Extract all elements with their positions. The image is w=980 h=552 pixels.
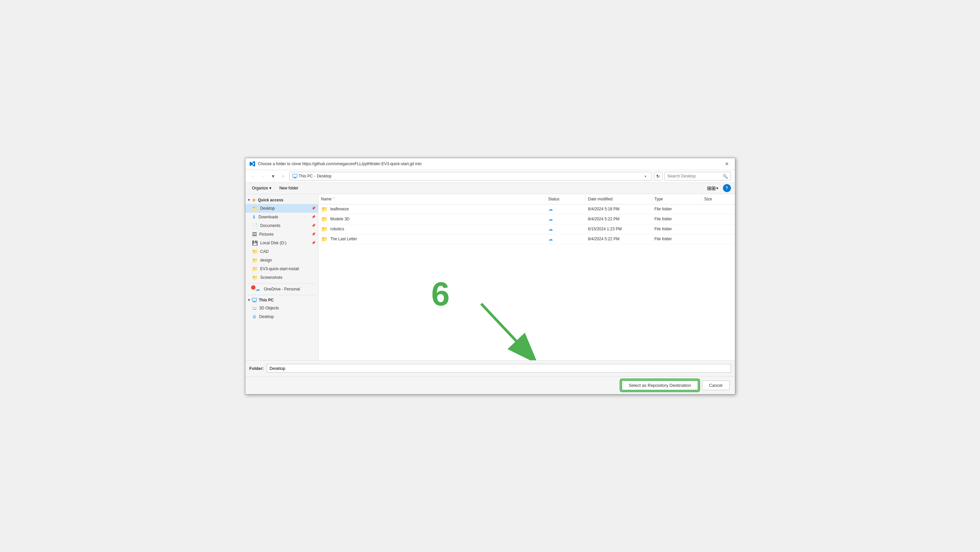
cloud-icon-4: ☁ [548, 236, 553, 242]
pin-icon-4: 📌 [312, 232, 315, 236]
cad-folder-icon: 📁 [252, 249, 258, 254]
file-list: 📁 leafbreeze ☁ 8/4/2024 5:18 PM File fol… [318, 204, 735, 360]
col-status-label: Status [548, 197, 560, 201]
file-type-cell: File folder [652, 206, 702, 212]
table-row[interactable]: 📁 Modele 3D ☁ 8/4/2024 5:22 PM File fold… [318, 214, 735, 224]
cancel-button[interactable]: Cancel [702, 381, 729, 390]
table-row[interactable]: 📁 leafbreeze ☁ 8/4/2024 5:18 PM File fol… [318, 204, 735, 214]
screenshots-folder-icon: 📁 [252, 275, 258, 280]
refresh-button[interactable]: ↻ [654, 172, 662, 180]
col-date[interactable]: Date modified [585, 195, 652, 203]
quick-access-arrow: ▾ [248, 198, 250, 202]
folder-input[interactable] [267, 364, 731, 373]
col-type-label: Type [655, 197, 663, 201]
content-area: Name ^ Status Date modified Type Size [318, 194, 735, 360]
file-date-cell: 8/4/2024 5:22 PM [585, 216, 652, 222]
onedrive-icon-wrapper: 🔴 ☁ [252, 286, 260, 292]
breadcrumb-desktop: Desktop [317, 174, 331, 179]
this-pc-header[interactable]: ▾ This PC [245, 297, 318, 304]
up-button[interactable]: ↑ [279, 172, 287, 180]
col-name-label: Name [321, 197, 332, 201]
download-icon: ⬇ [252, 214, 256, 220]
file-type-cell: File folder [652, 226, 702, 232]
file-name-cell: 📁 The Last Letter [318, 235, 546, 243]
sidebar-item-documents[interactable]: 📄 Documents 📌 [245, 221, 318, 230]
sidebar: ▾ ★ Quick access 📁 Desktop 📌 ⬇ Downloads… [245, 194, 318, 360]
address-bar[interactable]: This PC › Desktop ▾ [289, 172, 652, 180]
folder-icon-leafbreeze: 📁 [321, 206, 328, 212]
svg-rect-0 [293, 174, 297, 177]
sidebar-onedrive-label: OneDrive - Personal [264, 287, 300, 292]
view-grid-icon: ⊞⊞ [707, 185, 716, 191]
this-pc-arrow: ▾ [248, 298, 250, 302]
select-repo-button[interactable]: Select as Repository Destination [621, 380, 699, 391]
new-folder-button[interactable]: New folder [277, 185, 301, 191]
file-name: leafbreeze [331, 207, 349, 211]
sidebar-item-3d-objects[interactable]: 🗂 3D Objects [245, 304, 318, 313]
back-button[interactable]: ← [250, 172, 258, 180]
col-size[interactable]: Size [702, 195, 735, 203]
search-input[interactable] [668, 174, 721, 179]
col-status[interactable]: Status [546, 195, 585, 203]
dialog-title: Choose a folder to clone https://github.… [258, 161, 422, 166]
sidebar-item-ev3[interactable]: 📁 EV3-quick-start-install [245, 265, 318, 273]
file-type-cell: File folder [652, 236, 702, 242]
search-icon: 🔍 [722, 174, 728, 179]
quick-access-star-icon: ★ [252, 198, 256, 203]
svg-rect-1 [294, 177, 296, 178]
svg-rect-4 [253, 301, 255, 302]
new-folder-label: New folder [279, 186, 298, 190]
table-row[interactable]: 📁 The Last Letter ☁ 8/4/2024 5:22 PM Fil… [318, 234, 735, 244]
bottom-bar: Folder: [245, 360, 735, 376]
col-name[interactable]: Name ^ [318, 195, 546, 203]
pictures-icon: 🖼 [252, 231, 257, 237]
sidebar-item-downloads[interactable]: ⬇ Downloads 📌 [245, 213, 318, 221]
sidebar-ev3-label: EV3-quick-start-install [260, 266, 299, 271]
pc-icon [292, 174, 298, 179]
onedrive-error-icon: 🔴 [251, 285, 256, 290]
this-pc-computer-icon [252, 298, 257, 302]
close-button[interactable]: ✕ [723, 160, 731, 168]
sidebar-item-local-disk[interactable]: 💾 Local Disk (D:) 📌 [245, 239, 318, 247]
sidebar-screenshots-label: Screenshots [260, 275, 283, 280]
folder-icon-modele: 📁 [321, 216, 328, 222]
sidebar-3dobjects-label: 3D Objects [259, 306, 279, 310]
file-name: The Last Letter [331, 237, 357, 241]
sidebar-item-screenshots[interactable]: 📁 Screenshots [245, 273, 318, 282]
file-date-cell: 6/15/2024 1:23 PM [585, 226, 652, 232]
col-type[interactable]: Type [652, 195, 702, 203]
svg-rect-5 [253, 302, 256, 302]
organize-button[interactable]: Organize ▾ [250, 185, 274, 191]
sidebar-item-pictures[interactable]: 🖼 Pictures 📌 [245, 230, 318, 239]
sidebar-localdisk-label: Local Disk (D:) [260, 241, 286, 245]
svg-rect-3 [252, 298, 257, 301]
col-date-label: Date modified [588, 197, 613, 201]
file-name-cell: 📁 Modele 3D [318, 215, 546, 223]
sidebar-item-desktop-pc[interactable]: 🖥 Desktop [245, 313, 318, 321]
sidebar-desktop-label: Desktop [260, 206, 275, 211]
help-button[interactable]: ? [723, 184, 731, 192]
address-dropdown-button[interactable]: ▾ [642, 174, 649, 178]
view-button[interactable]: ⊞⊞ ▾ [705, 184, 720, 192]
sidebar-divider [248, 283, 315, 284]
sidebar-item-desktop[interactable]: 📁 Desktop 📌 [245, 204, 318, 213]
pin-icon-2: 📌 [312, 215, 315, 219]
pin-icon: 📌 [312, 206, 315, 210]
svg-rect-2 [293, 178, 297, 179]
sidebar-item-cad[interactable]: 📁 CAD [245, 247, 318, 256]
disk-icon: 💾 [252, 240, 258, 246]
title-bar-left: Choose a folder to clone https://github.… [250, 161, 422, 167]
doc-icon: 📄 [252, 223, 258, 228]
file-size-cell [702, 219, 735, 220]
file-name: robotics [331, 227, 344, 231]
this-pc-label: This PC [259, 298, 274, 302]
sidebar-item-design[interactable]: 📁 design [245, 256, 318, 265]
organize-label: Organize [252, 186, 268, 190]
sidebar-item-onedrive[interactable]: 🔴 ☁ OneDrive - Personal [245, 285, 318, 294]
forward-button[interactable]: → [259, 172, 267, 180]
quick-access-header[interactable]: ▾ ★ Quick access [245, 196, 318, 204]
table-row[interactable]: 📁 robotics ☁ 6/15/2024 1:23 PM File fold… [318, 224, 735, 234]
sidebar-design-label: design [260, 258, 272, 263]
dropdown-button[interactable]: ▼ [269, 172, 277, 180]
pin-icon-5: 📌 [312, 241, 315, 245]
